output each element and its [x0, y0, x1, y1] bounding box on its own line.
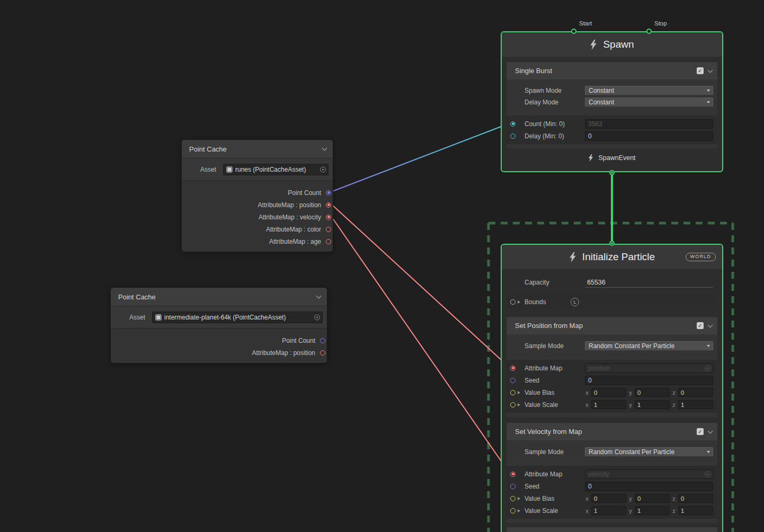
- point-count-port[interactable]: [320, 338, 325, 343]
- value-band: Count (Min: 0) 3583 Delay (Min: 0) 0: [507, 116, 717, 144]
- value-bias-port[interactable]: [510, 496, 516, 501]
- flow-port-stop[interactable]: [646, 29, 652, 34]
- seed-row: Seed 0: [507, 480, 717, 492]
- bounds-port[interactable]: [510, 299, 516, 305]
- value-scale-x-field[interactable]: 1: [591, 400, 626, 409]
- delay-mode-dropdown[interactable]: Constant: [585, 97, 713, 107]
- space-toggle-badge[interactable]: WORLD: [686, 253, 716, 261]
- count-field[interactable]: 3583: [585, 119, 713, 129]
- attributemap-position-port[interactable]: [326, 202, 331, 208]
- initialize-particle-context-node[interactable]: Initialize Particle WORLD Capacity 65536…: [501, 244, 723, 532]
- value-scale-y-field[interactable]: 1: [635, 400, 670, 409]
- value-scale-port[interactable]: [510, 402, 516, 407]
- value-bias-y-field[interactable]: 0: [635, 494, 670, 503]
- chevron-down-icon[interactable]: [322, 146, 327, 151]
- output-label: AttributeMap : color: [266, 226, 321, 233]
- object-picker-icon[interactable]: [705, 471, 710, 477]
- expander-icon[interactable]: [518, 497, 520, 500]
- attribute-map-port[interactable]: [510, 366, 516, 371]
- expander-icon[interactable]: [518, 509, 520, 512]
- node-title: Point Cache: [118, 293, 317, 301]
- asset-object-field[interactable]: intermediate-planet-64k (PointCacheAsset…: [152, 312, 323, 323]
- enabled-checkbox[interactable]: [697, 322, 704, 329]
- value-scale-z-field[interactable]: 1: [678, 506, 713, 515]
- set-position-from-map-block[interactable]: Set Position from Map Sample Mode Random…: [507, 317, 717, 417]
- seed-field[interactable]: 0: [585, 482, 713, 491]
- seed-row: Seed 0: [507, 374, 717, 386]
- expander-icon[interactable]: [518, 300, 520, 304]
- seed-port[interactable]: [510, 484, 516, 489]
- output-point-count: Point Count: [111, 334, 327, 347]
- attribute-map-port[interactable]: [510, 472, 516, 477]
- position-sphere-block[interactable]: Position (Sphere): [507, 527, 717, 532]
- attributemap-color-port[interactable]: [326, 227, 331, 232]
- attributemap-velocity-port[interactable]: [326, 215, 331, 220]
- value-bias-z-field[interactable]: 0: [678, 494, 713, 503]
- lightning-icon: [588, 154, 593, 162]
- bounds-row: Bounds L: [507, 295, 717, 309]
- attribute-map-row: Attribute Map position: [507, 362, 717, 374]
- bounds-band: Bounds L: [507, 295, 717, 309]
- axis-x-label: x: [585, 495, 589, 502]
- count-port[interactable]: [510, 121, 516, 127]
- value-scale-y-field[interactable]: 1: [635, 506, 670, 515]
- node-title: Point Cache: [189, 145, 323, 153]
- delay-port[interactable]: [510, 134, 516, 139]
- delay-field[interactable]: 0: [585, 131, 713, 141]
- output-attributemap-position: AttributeMap : position: [111, 347, 327, 359]
- flow-port-init-in[interactable]: [609, 241, 615, 246]
- value-bias-y-field[interactable]: 0: [635, 388, 670, 397]
- object-picker-icon[interactable]: [705, 365, 710, 371]
- enabled-checkbox[interactable]: [697, 428, 704, 435]
- value-bias-row: Value Bias x 0 y 0 z 0: [507, 386, 717, 398]
- sample-mode-dropdown[interactable]: Random Constant Per Particle: [585, 341, 713, 351]
- object-picker-icon[interactable]: [314, 314, 320, 320]
- expander-icon[interactable]: [518, 403, 520, 406]
- value-scale-row: Value Scale x 1 y 1 z 1: [507, 398, 717, 411]
- value-bias-port[interactable]: [510, 390, 516, 395]
- attributemap-position-port[interactable]: [320, 350, 325, 356]
- value-bias-x-field[interactable]: 0: [591, 388, 626, 397]
- chevron-down-icon[interactable]: [708, 322, 713, 327]
- edge-pointcount-to-count[interactable]: [331, 123, 509, 192]
- sample-mode-dropdown[interactable]: Random Constant Per Particle: [585, 447, 713, 457]
- edge-attributemap-velocity[interactable]: [331, 216, 509, 473]
- seed-field[interactable]: 0: [585, 376, 713, 385]
- seed-port[interactable]: [510, 378, 516, 383]
- attribute-map-row: Attribute Map velocity: [507, 468, 717, 480]
- spawn-context-node[interactable]: Start Stop Spawn Single Burst Spawn Mode…: [501, 31, 723, 172]
- value-scale-port[interactable]: [510, 508, 516, 513]
- capacity-field[interactable]: 65536: [585, 277, 713, 288]
- point-count-port[interactable]: [326, 190, 331, 196]
- delay-mode-row: Delay Mode Constant: [507, 96, 717, 108]
- set-velocity-from-map-block[interactable]: Set Velocity from Map Sample Mode Random…: [507, 423, 717, 523]
- attribute-map-value: position: [588, 365, 610, 372]
- output-label: Point Count: [288, 189, 321, 197]
- value-scale-label: Value Scale: [525, 507, 585, 515]
- spawn-mode-dropdown[interactable]: Constant: [585, 86, 713, 95]
- enabled-checkbox[interactable]: [697, 67, 704, 74]
- single-burst-block[interactable]: Single Burst Spawn Mode Constant Delay M…: [507, 62, 717, 148]
- chevron-down-icon[interactable]: [708, 67, 713, 73]
- edge-attributemap-position[interactable]: [331, 204, 509, 367]
- value-scale-z-field[interactable]: 1: [678, 400, 713, 409]
- expander-icon[interactable]: [518, 391, 520, 394]
- bounds-space-badge[interactable]: L: [571, 298, 579, 306]
- chevron-down-icon[interactable]: [708, 428, 713, 433]
- node-header: Point Cache: [111, 288, 327, 306]
- object-picker-icon[interactable]: [320, 166, 326, 172]
- chevron-down-icon[interactable]: [316, 294, 322, 299]
- point-cache-runes-node[interactable]: Point Cache Asset runes (PointCacheAsset…: [181, 139, 333, 252]
- value-scale-x-field[interactable]: 1: [591, 506, 626, 515]
- flow-port-spawnevent-out[interactable]: [609, 170, 615, 175]
- attribute-map-field[interactable]: velocity: [585, 469, 713, 479]
- value-bias-x-field[interactable]: 0: [591, 494, 626, 503]
- asset-object-field[interactable]: runes (PointCacheAsset): [223, 164, 328, 175]
- value-bias-z-field[interactable]: 0: [678, 388, 713, 397]
- point-cache-planet-node[interactable]: Point Cache Asset intermediate-planet-64…: [110, 287, 327, 363]
- attribute-map-field[interactable]: position: [585, 363, 713, 373]
- outputs-list: Point Count AttributeMap : position Attr…: [182, 181, 333, 252]
- capacity-value: 65536: [587, 279, 606, 286]
- flow-port-start[interactable]: [571, 29, 576, 34]
- attributemap-age-port[interactable]: [326, 239, 331, 244]
